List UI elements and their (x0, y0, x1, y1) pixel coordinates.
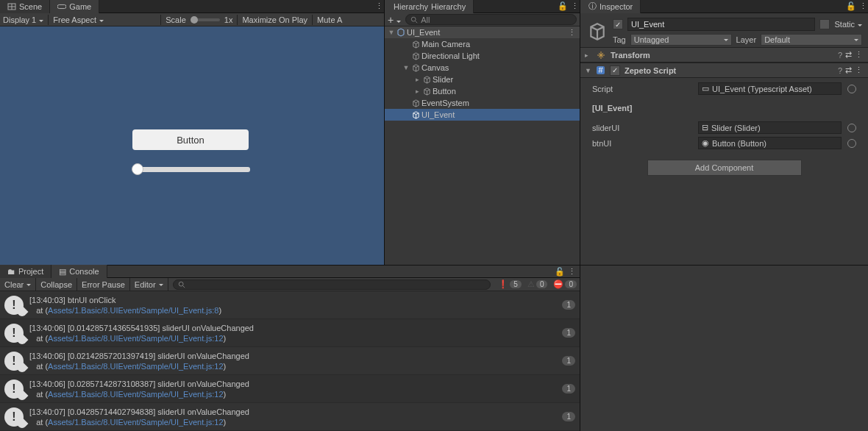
game-view[interactable]: Button (0, 26, 384, 265)
object-picker-icon[interactable] (847, 139, 856, 148)
panel-menu-icon[interactable]: ⋮ (568, 267, 577, 277)
hierarchy-item[interactable]: Directional Light (385, 50, 580, 62)
log-entry[interactable]: ![13:40:06] [0.02142857201397419] slider… (0, 347, 580, 375)
preset-icon[interactable]: ⇄ (845, 65, 852, 75)
hierarchy-item[interactable]: Main Camera (385, 38, 580, 50)
lock-icon[interactable]: 🔓 (846, 1, 856, 11)
panel-menu-icon[interactable]: ⋮ (375, 1, 384, 11)
hierarchy-item[interactable]: ▼Canvas (385, 62, 580, 74)
aspect-dropdown[interactable]: Free Aspect (53, 15, 156, 24)
field-label: btnUI (592, 139, 695, 148)
gameobject-icon (422, 75, 431, 84)
active-checkbox[interactable] (613, 19, 623, 29)
svg-text:#: # (598, 65, 603, 74)
display-dropdown[interactable]: Display 1 (3, 15, 43, 24)
hierarchy-search[interactable]: All (405, 14, 577, 25)
tab-inspector[interactable]: ⓘ Inspector (580, 0, 641, 13)
warn-count-toggle[interactable]: ⚠0 (524, 279, 551, 289)
scale-slider[interactable] (191, 18, 220, 21)
log-count: 1 (562, 412, 575, 421)
preset-icon[interactable]: ⇄ (845, 50, 852, 60)
log-count: 1 (562, 328, 575, 338)
console-icon: ▤ (59, 267, 66, 277)
info-icon: ❗ (498, 279, 508, 289)
create-dropdown[interactable]: + (388, 14, 401, 26)
help-icon[interactable]: ? (838, 51, 842, 60)
tab-game[interactable]: Game (50, 0, 99, 13)
info-icon: ! (4, 380, 24, 399)
script-asset-icon: ▭ (702, 84, 709, 93)
info-icon: ! (4, 352, 24, 371)
gameobject-icon (422, 87, 431, 96)
tab-scene[interactable]: Scene (0, 0, 50, 13)
tab-hierarchy[interactable]: Hierarchy Hierarchy (385, 0, 474, 13)
layer-dropdown[interactable]: Default (761, 34, 862, 46)
error-pause-toggle[interactable]: Error Pause (77, 278, 130, 291)
clear-button[interactable]: Clear (0, 278, 36, 291)
log-count: 1 (562, 356, 575, 366)
scene-menu-icon[interactable]: ⋮ (568, 28, 577, 38)
tag-dropdown[interactable]: Untagged (630, 34, 732, 46)
panel-menu-icon[interactable]: ⋮ (571, 1, 580, 11)
hierarchy-item[interactable]: ▸Slider (385, 74, 580, 85)
help-icon[interactable]: ? (838, 66, 842, 75)
panel-menu-icon[interactable]: ⋮ (859, 1, 868, 11)
error-count-toggle[interactable]: ⛔0 (550, 279, 580, 289)
svg-rect-3 (57, 4, 66, 8)
object-field-slider[interactable]: ⊟ Slider (Slider) (698, 121, 842, 134)
maximize-toggle[interactable]: Maximize On Play (242, 15, 307, 24)
static-dropdown[interactable]: Static (834, 20, 862, 29)
log-entry[interactable]: ![13:40:03] btnUI onClick at (Assets/1.B… (0, 291, 580, 319)
component-menu-icon[interactable]: ⋮ (855, 50, 864, 60)
name-field[interactable] (627, 18, 815, 31)
scale-value: 1x (224, 15, 233, 24)
object-field-button[interactable]: ◉ Button (Button) (698, 137, 842, 149)
hierarchy-label: Hierarchy (394, 2, 428, 11)
section-label: [UI_Event] (592, 104, 632, 113)
game-ui-slider[interactable] (134, 167, 250, 172)
gameobject-icon (411, 51, 420, 60)
scale-label: Scale (166, 15, 186, 24)
unity-icon (396, 28, 405, 37)
log-entry[interactable]: ![13:40:06] [0.02857142873108387] slider… (0, 375, 580, 403)
hierarchy-item-selected[interactable]: UI_Event (385, 109, 580, 121)
component-menu-icon[interactable]: ⋮ (855, 65, 864, 75)
transform-icon (596, 50, 606, 60)
gameobject-icon (586, 21, 608, 43)
info-count-toggle[interactable]: ❗5 (495, 279, 524, 289)
script-icon: # (596, 65, 605, 75)
svg-point-8 (179, 282, 183, 286)
add-component-button[interactable]: Add Component (647, 160, 802, 176)
log-count: 1 (562, 300, 575, 310)
component-transform[interactable]: ▸ Transform ?⇄⋮ (580, 47, 868, 63)
hierarchy-item[interactable]: ▸Button (385, 85, 580, 97)
info-icon: ! (4, 407, 24, 427)
warn-icon: ⚠ (527, 279, 535, 289)
static-checkbox[interactable] (819, 19, 830, 29)
layer-label: Layer (736, 35, 757, 44)
folder-icon: 🖿 (7, 267, 15, 276)
lock-icon[interactable]: 🔓 (558, 1, 568, 11)
mute-toggle[interactable]: Mute A (317, 15, 342, 24)
lock-icon[interactable]: 🔓 (555, 267, 565, 277)
log-entry[interactable]: ![13:40:07] [0.04285714402794838] slider… (0, 403, 580, 431)
component-zepeto[interactable]: ▼ # Zepeto Script ?⇄⋮ (580, 63, 868, 78)
hierarchy-scene-root[interactable]: ▼ UI_Event ⋮ (385, 26, 580, 38)
component-enable-checkbox[interactable] (610, 65, 620, 76)
object-picker-icon[interactable] (847, 124, 856, 132)
script-label: Script (592, 85, 695, 93)
hierarchy-item[interactable]: EventSystem (385, 97, 580, 109)
tag-label: Tag (613, 35, 626, 44)
object-picker-icon[interactable] (847, 85, 856, 93)
editor-dropdown[interactable]: Editor (130, 278, 168, 291)
tab-console[interactable]: ▤ Console (51, 265, 107, 278)
log-entry[interactable]: ![13:40:06] [0.014285714365541935] slide… (0, 319, 580, 347)
tab-project[interactable]: 🖿 Project (0, 265, 51, 278)
gameobject-icon (411, 110, 420, 119)
game-ui-button[interactable]: Button (132, 129, 249, 150)
console-search[interactable] (173, 279, 491, 290)
script-field[interactable]: ▭ UI_Event (Typescript Asset) (698, 82, 842, 95)
slider-icon: ⊟ (702, 123, 708, 132)
collapse-toggle[interactable]: Collapse (36, 278, 77, 291)
inspector-icon: ⓘ (588, 2, 597, 11)
